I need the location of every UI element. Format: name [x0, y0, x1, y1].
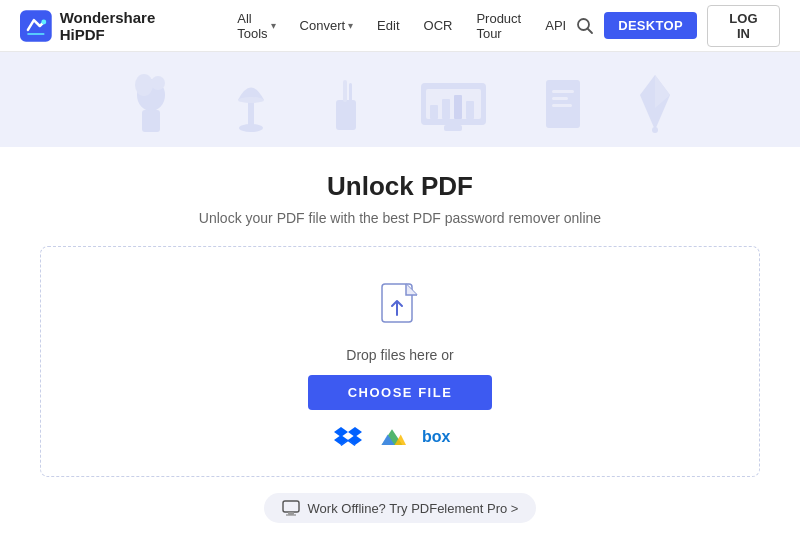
svg-point-7 [151, 76, 165, 90]
nav-product-tour[interactable]: Product Tour [466, 5, 531, 47]
svg-line-3 [588, 28, 593, 33]
svg-rect-12 [343, 80, 347, 102]
svg-rect-11 [336, 100, 356, 130]
svg-rect-4 [142, 110, 160, 132]
chevron-down-icon: ▾ [271, 20, 276, 31]
svg-text:box: box [422, 428, 451, 445]
navbar: Wondershare HiPDF All Tools ▾ Convert ▾ … [0, 0, 800, 52]
svg-rect-18 [454, 95, 462, 119]
login-button[interactable]: LOG IN [707, 5, 780, 47]
page-title: Unlock PDF [40, 171, 760, 202]
drop-text: Drop files here or [346, 347, 453, 363]
upload-icon [378, 283, 422, 335]
monitor-icon [282, 500, 300, 516]
page-subtitle: Unlock your PDF file with the best PDF p… [40, 210, 760, 226]
brand-name: Wondershare HiPDF [60, 9, 204, 43]
offline-pill[interactable]: Work Offline? Try PDFelement Pro > [264, 493, 537, 523]
svg-rect-8 [248, 100, 254, 128]
hero-decorative-icons [126, 65, 675, 135]
nav-api[interactable]: API [535, 12, 576, 39]
box-icon[interactable]: box [422, 426, 466, 448]
svg-point-1 [41, 19, 46, 24]
svg-rect-22 [552, 90, 574, 93]
nav-right: DESKTOP LOG IN [576, 5, 780, 47]
svg-point-6 [135, 74, 153, 96]
nav-edit[interactable]: Edit [367, 12, 409, 39]
svg-rect-24 [552, 104, 572, 107]
svg-rect-23 [552, 97, 568, 100]
svg-point-10 [238, 97, 264, 103]
drop-zone[interactable]: Drop files here or CHOOSE FILE [40, 246, 760, 477]
desktop-button[interactable]: DESKTOP [604, 12, 697, 39]
nav-links: All Tools ▾ Convert ▾ Edit OCR Product T… [227, 5, 576, 47]
googledrive-icon[interactable] [378, 426, 406, 448]
svg-point-25 [652, 127, 658, 133]
svg-point-9 [239, 124, 263, 132]
svg-rect-20 [444, 125, 462, 131]
offline-text: Work Offline? Try PDFelement Pro > [308, 501, 519, 516]
svg-rect-16 [430, 105, 438, 119]
choose-file-button[interactable]: CHOOSE FILE [308, 375, 493, 410]
svg-rect-0 [20, 10, 52, 42]
offline-banner: Work Offline? Try PDFelement Pro > [40, 493, 760, 523]
svg-rect-13 [349, 83, 352, 102]
cloud-service-icons: box [334, 426, 466, 448]
logo-area[interactable]: Wondershare HiPDF [20, 9, 203, 43]
nav-ocr[interactable]: OCR [414, 12, 463, 39]
svg-rect-19 [466, 101, 474, 119]
nav-convert[interactable]: Convert ▾ [290, 12, 364, 39]
main-content: Unlock PDF Unlock your PDF file with the… [0, 147, 800, 539]
hero-banner [0, 52, 800, 147]
svg-rect-28 [283, 501, 299, 512]
svg-rect-17 [442, 99, 450, 119]
chevron-down-icon: ▾ [348, 20, 353, 31]
search-icon[interactable] [576, 17, 594, 35]
dropbox-icon[interactable] [334, 426, 362, 448]
nav-all-tools[interactable]: All Tools ▾ [227, 5, 285, 47]
logo-icon [20, 10, 52, 42]
